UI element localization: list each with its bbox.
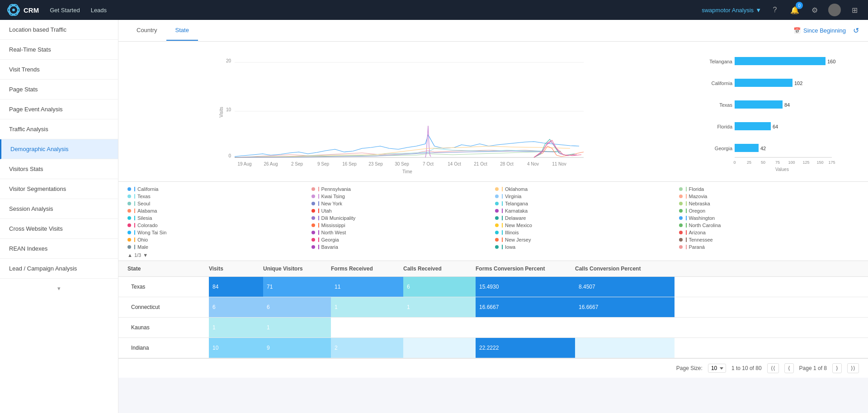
tab-state[interactable]: State	[166, 20, 198, 41]
tab-country[interactable]: Country	[127, 20, 166, 41]
grid-icon[interactable]: ⊞	[848, 4, 861, 16]
nav-leads[interactable]: Leads	[91, 7, 107, 14]
cell-unique: 6	[263, 297, 331, 317]
legend-item: Texas	[127, 194, 308, 199]
legend-item: Georgia	[311, 237, 492, 242]
legend-line	[317, 237, 319, 242]
legend-label: Florida	[689, 186, 704, 192]
cell-calls	[403, 338, 476, 358]
legend-item: Colorado	[127, 223, 308, 228]
legend-label: Paraná	[689, 244, 705, 250]
svg-text:23 Sep: 23 Sep	[368, 161, 383, 166]
legend-section: California Pennsylvania Oklahoma Florida…	[118, 182, 868, 261]
next-page-btn[interactable]: ⟩	[832, 363, 842, 373]
legend-line	[685, 245, 687, 249]
sidebar-item-page-event[interactable]: Page Event Analysis	[0, 100, 118, 119]
notification-icon[interactable]: 🔔 0	[788, 4, 801, 16]
legend-line	[685, 237, 687, 242]
legend-label: Oregon	[689, 208, 706, 214]
legend-line	[133, 194, 135, 199]
prev-legend-icon[interactable]: ▲	[127, 252, 132, 258]
legend-item: Alabama	[127, 208, 308, 214]
legend-line	[317, 216, 319, 220]
legend-line	[317, 230, 319, 235]
help-icon[interactable]: ?	[769, 4, 781, 16]
legend-item: Tennessee	[679, 237, 859, 242]
cell-calls-pct: 16.6667	[575, 297, 675, 317]
legend-dot	[311, 245, 315, 249]
sidebar-item-visit-trends[interactable]: Visit Trends	[0, 60, 118, 80]
legend-item: New York	[311, 201, 492, 206]
legend-line	[685, 194, 687, 199]
bar-chart-svg: Telangana 160 California 102 Texas 84 Fl…	[687, 49, 859, 176]
legend-dot	[495, 195, 499, 198]
table-header: State Visits Unique Visitors Forms Recei…	[118, 261, 868, 277]
calendar-icon: 📅	[793, 27, 801, 34]
legend-label: Mazovia	[689, 194, 708, 199]
legend-item: Mississippi	[311, 223, 492, 228]
sidebar-item-realtime[interactable]: Real-Time Stats	[0, 40, 118, 60]
svg-text:100: 100	[788, 160, 795, 165]
legend-dot	[127, 238, 131, 242]
svg-rect-33	[735, 100, 783, 109]
table-row: Kaunas 1 1	[118, 318, 868, 338]
sidebar-item-traffic[interactable]: Traffic Analysis	[0, 119, 118, 139]
first-page-btn[interactable]: ⟨⟨	[767, 363, 779, 373]
sidebar-item-location-traffic[interactable]: Location based Traffic	[0, 20, 118, 40]
bar-chart: Telangana 160 California 102 Texas 84 Fl…	[687, 49, 859, 177]
table-row: Connecticut 6 6 1 1 16.6667 16.6667	[118, 297, 868, 318]
sidebar-item-demographic[interactable]: Demographic Analysis	[0, 139, 118, 159]
sidebar-item-visitor-seg[interactable]: Visitor Segmentations	[0, 179, 118, 199]
legend-line	[133, 223, 135, 228]
legend-line	[501, 223, 503, 228]
sidebar-item-rean[interactable]: REAN Indexes	[0, 239, 118, 259]
legend-dot	[679, 238, 683, 242]
svg-text:19 Aug: 19 Aug	[237, 161, 251, 166]
page-size-select[interactable]: 10 20 50	[708, 364, 726, 373]
date-filter[interactable]: 📅 Since Beginning	[793, 27, 846, 34]
settings-icon[interactable]: ⚙	[808, 4, 821, 16]
app-logo[interactable]: CRM	[7, 4, 39, 16]
nav-get-started[interactable]: Get Started	[50, 7, 80, 14]
legend-dot	[679, 223, 683, 227]
legend-dot	[495, 245, 499, 249]
cell-forms: 11	[331, 277, 403, 297]
table-row: Texas 84 71 11 6 15.4930 8.4507	[118, 277, 868, 297]
last-page-btn[interactable]: ⟩⟩	[847, 363, 859, 373]
sidebar-item-lead-campaign[interactable]: Lead / Campaign Analysis	[0, 259, 118, 279]
legend-line	[133, 245, 135, 249]
refresh-btn[interactable]: ↺	[853, 26, 859, 35]
next-legend-icon[interactable]: ▼	[143, 252, 148, 258]
legend-dot	[495, 187, 499, 191]
sidebar-item-session[interactable]: Session Analysis	[0, 199, 118, 219]
cell-visits: 6	[209, 297, 263, 317]
svg-text:64: 64	[773, 124, 778, 129]
legend-item: New Jersey	[495, 237, 675, 242]
notification-badge: 0	[796, 2, 803, 9]
line-chart-svg: 20 10 0 Visits 19 Aug 26 Aug 2 Sep 9 Sep…	[127, 49, 678, 176]
svg-text:Telangana: Telangana	[709, 59, 733, 64]
legend-line	[501, 201, 503, 206]
page-label: Page 1 of 8	[799, 365, 827, 371]
sidebar-item-visitors-stats[interactable]: Visitors Stats	[0, 159, 118, 179]
analysis-selector[interactable]: swapmotor Analysis ▼	[702, 7, 761, 14]
sidebar-item-page-stats[interactable]: Page Stats	[0, 80, 118, 100]
legend-item: Telangana	[495, 201, 675, 206]
user-avatar[interactable]	[828, 4, 841, 16]
sidebar-item-cross-website[interactable]: Cross Website Visits	[0, 219, 118, 239]
cell-forms-pct: 15.4930	[476, 277, 575, 297]
sidebar-collapse-btn[interactable]: ▾	[0, 279, 118, 298]
svg-text:2 Sep: 2 Sep	[291, 161, 303, 166]
legend-label: Pennsylvania	[321, 186, 351, 192]
legend-dot	[127, 223, 131, 227]
svg-text:10: 10	[226, 107, 231, 112]
legend-item: North Carolina	[679, 223, 859, 228]
page-range: 1 to 10 of 80	[731, 365, 762, 371]
svg-text:0: 0	[733, 160, 736, 165]
legend-label: Colorado	[137, 223, 158, 228]
legend-label: Bavaria	[321, 244, 338, 250]
prev-page-btn[interactable]: ⟨	[784, 363, 794, 373]
legend-line	[317, 187, 319, 191]
legend-label: Karnataka	[505, 208, 528, 214]
col-forms: Forms Received	[331, 266, 403, 272]
